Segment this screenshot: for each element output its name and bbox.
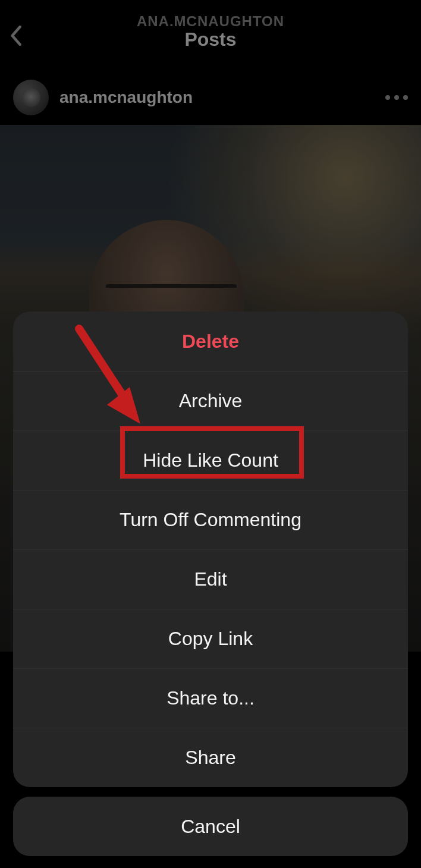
- screen: ANA.MCNAUGHTON Posts ana.mcnaughton View…: [0, 0, 421, 868]
- sheet-cancel-button[interactable]: Cancel: [13, 797, 408, 856]
- sheet-item-hide-like-count[interactable]: Hide Like Count: [13, 430, 408, 490]
- sheet-item-turn-off-commenting[interactable]: Turn Off Commenting: [13, 490, 408, 549]
- sheet-item-delete[interactable]: Delete: [13, 312, 408, 371]
- sheet-item-edit[interactable]: Edit: [13, 549, 408, 609]
- action-sheet-list: Delete Archive Hide Like Count Turn Off …: [13, 312, 408, 787]
- sheet-item-archive[interactable]: Archive: [13, 371, 408, 430]
- sheet-item-share-to[interactable]: Share to...: [13, 668, 408, 728]
- sheet-item-copy-link[interactable]: Copy Link: [13, 609, 408, 668]
- action-sheet: Delete Archive Hide Like Count Turn Off …: [13, 312, 408, 856]
- sheet-item-share[interactable]: Share: [13, 728, 408, 787]
